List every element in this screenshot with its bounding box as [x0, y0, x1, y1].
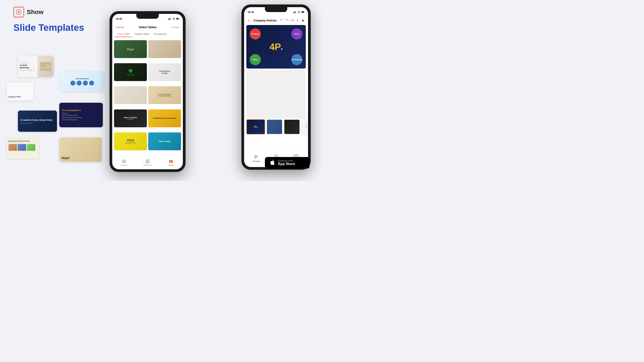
svg-rect-4: [42, 65, 46, 66]
tr-photos: [8, 144, 37, 151]
ph2-thumb-2-inner: [267, 120, 282, 134]
phone-1: 10:10: [110, 11, 186, 172]
tab-cover-slide[interactable]: Cover Slide: [115, 31, 132, 37]
card-travel[interactable]: My Favorite Travel memories Work hard ma…: [7, 138, 39, 159]
thumb-study[interactable]: [114, 86, 147, 104]
card-ikigai-left[interactable]: Ikigai: [59, 137, 102, 162]
ph1-create-btn[interactable]: Create: [171, 26, 179, 29]
svg-rect-25: [170, 161, 172, 162]
thumb-sales[interactable]: Sales Leads: [148, 132, 181, 150]
phone-notch-1: [136, 14, 159, 19]
nav-themes[interactable]: Themes: [112, 159, 136, 166]
svg-point-30: [299, 12, 299, 13]
shield-green-icon: [128, 68, 133, 73]
status-time-2: 10:10: [248, 11, 254, 13]
thumb-ikigai[interactable]: Ikigai: [114, 40, 147, 58]
thumb-participatory[interactable]: ParticipatoryDesign: [148, 63, 181, 81]
ph1-cancel-btn[interactable]: Cancel: [116, 26, 124, 29]
ph2-thumb-3-item[interactable]: [284, 119, 300, 134]
ph2-thumb-add[interactable]: [301, 119, 308, 134]
serv-icon-2: [77, 81, 82, 85]
svg-rect-5: [42, 66, 45, 66]
svg-rect-6: [42, 67, 48, 68]
card-unstoppable[interactable]: The Unstoppable UI AppendixPrivacy Marke…: [59, 103, 103, 127]
svg-rect-10: [170, 18, 171, 20]
play-icon: [16, 9, 22, 15]
ph1-tabs: Cover Slide Content Slide Comparison: [112, 31, 183, 37]
svg-point-15: [122, 160, 124, 161]
signal-icon-2: [293, 11, 296, 13]
format-label: Format: [253, 160, 260, 163]
ds-sub: elegant aesthetics: [8, 98, 21, 99]
ds-title: DESIGN STUDIO: [8, 96, 21, 98]
thumb-privacy[interactable]: Privacy: [114, 63, 147, 81]
templates-icon: [145, 159, 150, 164]
iki-title: Ikigai: [62, 156, 70, 160]
serv-icon-1: [70, 81, 75, 85]
app-store-button[interactable]: Download on the App Store: [265, 157, 310, 169]
thumb-book[interactable]: [148, 40, 181, 58]
svg-rect-32: [304, 12, 304, 12]
mba-sub: CHAMPS: [127, 119, 134, 120]
tr-photo-2: [18, 144, 26, 151]
ph2-back-btn[interactable]: [247, 19, 250, 22]
nav-templates[interactable]: Templates: [136, 159, 159, 166]
download-label: Download on the: [278, 160, 295, 162]
svg-rect-7: [168, 19, 168, 20]
cm-sub: Company is going to offer a lot...: [20, 69, 36, 71]
status-icons-2: [293, 11, 304, 13]
serv-icon-3: [83, 81, 88, 85]
ph2-tool-format[interactable]: Format: [246, 154, 266, 163]
svg-rect-27: [294, 12, 294, 13]
undo-icon[interactable]: [280, 19, 284, 22]
cm-image: [38, 56, 54, 77]
card-content-marketing[interactable]: Cyber Corporation Content Marketing Comp…: [18, 56, 54, 77]
svg-point-18: [124, 162, 126, 163]
ph1-nav-title: Select Slides: [139, 25, 157, 29]
tab-comparison[interactable]: Comparison: [151, 31, 169, 37]
themes-icon: [122, 159, 126, 164]
tr-photo-1: [8, 144, 17, 151]
apple-icon: [269, 159, 276, 166]
store-name: App Store: [278, 162, 295, 166]
svg-rect-29: [296, 11, 296, 13]
phone-notch-2: [265, 7, 287, 12]
card-services[interactable]: OUR SERVICES: [60, 71, 104, 91]
cold-sub: CALLING TIPS: [125, 142, 136, 144]
p4-product: Product: [250, 28, 261, 39]
ph2-actions: [280, 19, 305, 22]
tab-content-slide[interactable]: Content Slide: [132, 31, 151, 37]
logo-text: Show: [27, 8, 44, 16]
slide-edit-area: [246, 70, 306, 119]
thumb-blitz[interactable]: HAYBOOK BLITZ SCALING: [148, 109, 181, 127]
back-chevron-icon: [247, 19, 250, 22]
battery-icon: [176, 18, 179, 20]
ph2-main-slide[interactable]: Product Price 4Ps Place Promotion: [246, 25, 306, 68]
signal-icon: [168, 18, 171, 20]
nav-slides[interactable]: Slides: [160, 159, 183, 166]
thumb-cold[interactable]: COLD CALLING TIPS: [114, 132, 147, 150]
share-icon[interactable]: [290, 19, 294, 22]
ph2-thumb-active-inner: 4Ps: [247, 120, 265, 134]
redo-icon[interactable]: [285, 19, 289, 22]
dh-sub: Find your perfect space: [20, 122, 54, 124]
add-icon[interactable]: [296, 19, 300, 22]
ph2-thumb-1[interactable]: 4Ps: [246, 119, 265, 134]
serv-icons: [62, 81, 102, 85]
svg-rect-24: [170, 161, 172, 161]
add-slide-icon: [304, 125, 308, 129]
play-icon-2[interactable]: [301, 19, 305, 22]
p4-place: Place: [250, 54, 261, 65]
phone-frame-2: 10:10: [242, 4, 311, 170]
thumb-mba[interactable]: MBA LESSONS CHAMPS: [114, 109, 147, 127]
slides-icon: [169, 159, 173, 164]
svg-rect-9: [170, 18, 170, 20]
thumb-architecture[interactable]: Art and Architectureunder the Cholas: [148, 86, 181, 104]
ph2-thumb-2-item[interactable]: [266, 119, 282, 134]
card-design-studio[interactable]: DESIGN STUDIO elegant aesthetics: [7, 83, 34, 100]
card-dream-home[interactable]: In search of your dream home Find your p…: [18, 110, 57, 132]
svg-rect-20: [148, 160, 149, 161]
phone-screen-1: 10:10: [112, 14, 183, 169]
dh-title: In search of your dream home: [20, 119, 54, 121]
battery-icon-2: [301, 11, 304, 13]
